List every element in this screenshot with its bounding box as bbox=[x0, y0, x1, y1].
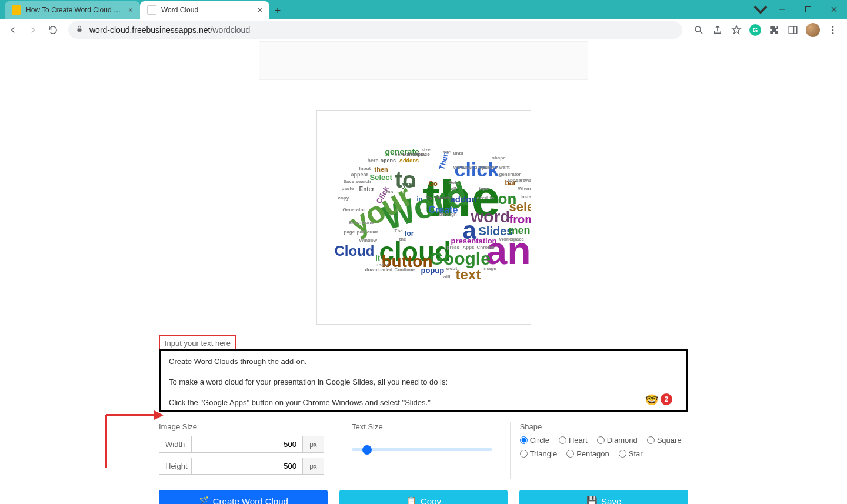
text-input[interactable] bbox=[161, 351, 686, 408]
close-icon[interactable]: × bbox=[128, 5, 133, 15]
wordcloud-word: To bbox=[426, 196, 432, 201]
wordcloud-word: Select bbox=[370, 173, 392, 181]
profile-avatar[interactable] bbox=[806, 23, 820, 37]
height-label: Height bbox=[159, 458, 192, 475]
wordcloud-word: box bbox=[395, 152, 403, 157]
wordcloud-word: Continue bbox=[395, 268, 415, 272]
wordcloud-word: image bbox=[483, 266, 496, 271]
new-tab-button[interactable]: + bbox=[269, 2, 286, 19]
shape-label: Shape bbox=[520, 422, 688, 431]
wordcloud-word: is bbox=[456, 182, 460, 186]
wordcloud-word: particular bbox=[357, 230, 378, 235]
reload-button[interactable] bbox=[45, 22, 61, 38]
menu-icon[interactable] bbox=[827, 24, 839, 36]
wordcloud-word: then bbox=[375, 166, 388, 173]
wordcloud-word: press bbox=[447, 245, 459, 250]
wordcloud-word: When bbox=[518, 186, 531, 191]
divider bbox=[159, 98, 688, 98]
clipboard-icon: 📋 bbox=[406, 496, 417, 504]
wordcloud-word: through bbox=[439, 212, 457, 217]
wordcloud-word: all bbox=[451, 186, 456, 191]
address-bar[interactable]: word-cloud.freebusinessapps.net/wordclou… bbox=[68, 21, 682, 39]
browser-titlebar: How To Create Word Cloud For G × Word Cl… bbox=[0, 0, 847, 19]
maximize-button[interactable] bbox=[795, 0, 821, 19]
shape-radio-pentagon[interactable]: Pentagon bbox=[566, 449, 609, 458]
shape-radio-star[interactable]: Star bbox=[619, 449, 643, 458]
tab-title: Word Cloud bbox=[161, 6, 253, 14]
width-input[interactable] bbox=[192, 436, 303, 453]
wordcloud-word: popup bbox=[421, 266, 445, 274]
wordcloud-word: shape bbox=[492, 156, 506, 161]
wordcloud-word: Google bbox=[430, 250, 491, 268]
shape-section: Shape CircleHeartDiamondSquareTrianglePe… bbox=[510, 422, 688, 479]
extensions-icon[interactable] bbox=[768, 24, 780, 36]
wordcloud-word: text bbox=[456, 268, 481, 282]
wordcloud-word: Clouds bbox=[435, 196, 451, 201]
zoom-icon[interactable] bbox=[693, 24, 705, 36]
svg-point-7 bbox=[832, 26, 834, 28]
wordcloud-word: type bbox=[479, 186, 489, 191]
wordcloud-word: from bbox=[509, 213, 531, 225]
grammarly-icon[interactable]: G bbox=[749, 24, 761, 36]
save-button[interactable]: 💾 Save bbox=[519, 490, 688, 504]
close-icon[interactable]: × bbox=[258, 5, 262, 15]
sidepanel-icon[interactable] bbox=[787, 24, 799, 36]
wordcloud-word: dropdown bbox=[475, 165, 498, 170]
text-size-slider[interactable] bbox=[352, 448, 492, 451]
wordcloud-word: presentation bbox=[451, 237, 497, 245]
svg-point-8 bbox=[832, 29, 834, 31]
url-text: word-cloud.freebusinessapps.net/wordclou… bbox=[89, 25, 250, 35]
emoji-badge[interactable]: 🤓 bbox=[645, 393, 658, 406]
create-button[interactable]: 🪄 Create Word Cloud bbox=[159, 490, 328, 504]
page-viewport: theandWordyourcloudatoclickGooglebuttonw… bbox=[0, 41, 847, 504]
minimize-button[interactable] bbox=[769, 0, 795, 19]
wordcloud-word: copy bbox=[338, 196, 349, 201]
wordcloud-word: tab bbox=[386, 190, 394, 195]
shape-radio-triangle[interactable]: Triangle bbox=[520, 449, 557, 458]
image-size-section: Image Size Width px Height px bbox=[159, 422, 324, 479]
tab-title: How To Create Word Cloud For G bbox=[26, 6, 124, 14]
lock-icon bbox=[75, 25, 84, 35]
forward-button[interactable] bbox=[25, 22, 41, 38]
shape-radio-square[interactable]: Square bbox=[647, 436, 682, 445]
copy-button[interactable]: 📋 Copy bbox=[339, 490, 508, 504]
wordcloud-word: Save bbox=[344, 179, 355, 184]
wordcloud-word: Go bbox=[429, 181, 438, 187]
share-icon[interactable] bbox=[712, 24, 723, 36]
save-icon: 💾 bbox=[586, 496, 598, 504]
wordcloud-word: it bbox=[455, 266, 458, 271]
back-button[interactable] bbox=[5, 22, 21, 38]
shape-radio-diamond[interactable]: Diamond bbox=[597, 436, 638, 445]
wordcloud-word: Extensions bbox=[349, 221, 374, 225]
text-size-label: Text Size bbox=[352, 422, 492, 431]
wordcloud-word: the bbox=[399, 237, 406, 242]
wordcloud-word: to bbox=[490, 196, 495, 201]
wordcloud-word: Workspace bbox=[499, 237, 525, 242]
close-window-button[interactable] bbox=[821, 0, 847, 19]
browser-tab-inactive[interactable]: How To Create Word Cloud For G × bbox=[5, 1, 140, 19]
browser-toolbar: word-cloud.freebusinessapps.net/wordclou… bbox=[0, 19, 847, 41]
tabs-dropdown-icon[interactable] bbox=[752, 1, 769, 18]
svg-point-3 bbox=[695, 26, 701, 32]
shape-radio-heart[interactable]: Heart bbox=[559, 436, 588, 445]
arrow-annotation bbox=[101, 368, 166, 476]
wordcloud-word: will bbox=[443, 275, 451, 279]
wordcloud-word: want bbox=[499, 165, 510, 170]
error-count-badge[interactable]: 2 bbox=[661, 393, 672, 405]
wordcloud-word: generator bbox=[499, 172, 521, 177]
height-input[interactable] bbox=[192, 458, 303, 475]
svg-rect-2 bbox=[78, 28, 82, 31]
wordcloud-word: Generator bbox=[343, 208, 365, 212]
wordcloud-word: Marketplace bbox=[403, 152, 430, 157]
wordcloud-word: addon bbox=[451, 195, 477, 203]
browser-tab-active[interactable]: Word Cloud × bbox=[140, 1, 269, 19]
wordcloud-word: downloaded bbox=[365, 268, 393, 272]
wordcloud-word: for bbox=[405, 230, 414, 237]
wordcloud-word: Cloud bbox=[335, 244, 375, 258]
wordcloud-word: you bbox=[402, 181, 416, 188]
textarea-container: 🤓 2 bbox=[159, 349, 688, 412]
shape-radio-circle[interactable]: Circle bbox=[520, 436, 549, 445]
wordcloud-word: paste bbox=[342, 186, 354, 191]
page-icon bbox=[147, 5, 156, 15]
bookmark-icon[interactable] bbox=[731, 24, 742, 36]
